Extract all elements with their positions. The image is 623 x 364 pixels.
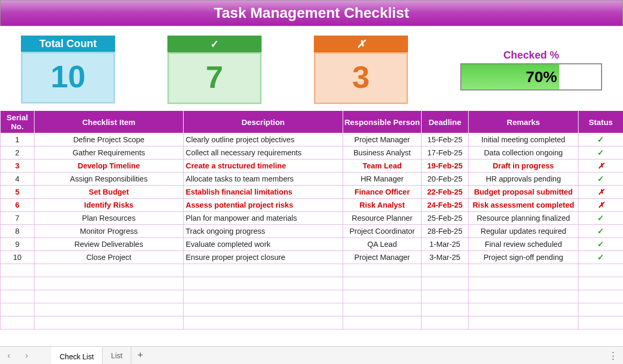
cell-remarks[interactable]: Risk assessment completed [469, 199, 579, 212]
col-responsible[interactable]: Responsible Person [343, 111, 422, 133]
cell-item[interactable]: Set Budget [35, 186, 184, 199]
cell-item[interactable]: Review Deliverables [35, 238, 184, 251]
cell-description[interactable]: Clearly outline project objectives [184, 133, 343, 146]
table-row[interactable]: 1Define Project ScopeClearly outline pro… [1, 133, 624, 146]
cell-serial[interactable]: 1 [1, 133, 35, 146]
cell-deadline[interactable]: 15-Feb-25 [422, 133, 469, 146]
col-status[interactable]: Status [579, 111, 624, 133]
table-row-empty[interactable] [1, 290, 624, 303]
cell-serial[interactable]: 7 [1, 212, 35, 225]
cell-remarks[interactable]: Data collection ongoing [469, 146, 579, 160]
cell-description[interactable]: Collect all necessary requirements [184, 146, 343, 160]
cell-deadline[interactable]: 22-Feb-25 [422, 186, 469, 199]
cell-description[interactable]: Assess potential project risks [184, 199, 343, 212]
col-serial[interactable]: Serial No. [1, 111, 35, 133]
col-remarks[interactable]: Remarks [469, 111, 579, 133]
cell-description[interactable]: Establish financial limitations [184, 186, 343, 199]
cell-status[interactable]: ✗ [579, 160, 624, 173]
prev-sheet-icon[interactable]: ‹ [0, 351, 18, 360]
table-row[interactable]: 8Monitor ProgressTrack ongoing progressP… [1, 225, 624, 238]
table-row[interactable]: 7Plan ResourcesPlan for manpower and mat… [1, 212, 624, 225]
cell-responsible[interactable]: Business Analyst [343, 146, 422, 160]
cell-responsible[interactable]: QA Lead [343, 238, 422, 251]
cell-remarks[interactable]: Resource planning finalized [469, 212, 579, 225]
cell-remarks[interactable]: HR approvals pending [469, 173, 579, 186]
cell-serial[interactable]: 6 [1, 199, 35, 212]
cell-serial[interactable]: 9 [1, 238, 35, 251]
table-row[interactable]: 2Gather RequirementsCollect all necessar… [1, 146, 624, 160]
cell-serial[interactable]: 8 [1, 225, 35, 238]
next-sheet-icon[interactable]: › [18, 351, 36, 360]
cell-status[interactable]: ✗ [579, 186, 624, 199]
table-row[interactable]: 10Close ProjectEnsure proper project clo… [1, 251, 624, 264]
cell-description[interactable]: Allocate tasks to team members [184, 173, 343, 186]
table-row-empty[interactable] [1, 264, 624, 277]
cell-responsible[interactable]: Resource Planner [343, 212, 422, 225]
cell-item[interactable]: Gather Requirements [35, 146, 184, 160]
cell-status[interactable]: ✓ [579, 225, 624, 238]
col-deadline[interactable]: Deadline [422, 111, 469, 133]
cell-item[interactable]: Identify Risks [35, 199, 184, 212]
cell-responsible[interactable]: Project Coordinator [343, 225, 422, 238]
cell-description[interactable]: Track ongoing progress [184, 225, 343, 238]
cell-deadline[interactable]: 17-Feb-25 [422, 146, 469, 160]
cell-item[interactable]: Plan Resources [35, 212, 184, 225]
more-options-icon[interactable]: ⋮ [608, 350, 618, 361]
table-row-empty[interactable] [1, 277, 624, 290]
table-row-empty[interactable] [1, 303, 624, 316]
cell-item[interactable]: Develop Timeline [35, 160, 184, 173]
cell-status[interactable]: ✓ [579, 251, 624, 264]
cell-description[interactable]: Evaluate completed work [184, 238, 343, 251]
cell-deadline[interactable]: 25-Feb-25 [422, 212, 469, 225]
cell-remarks[interactable]: Regular updates required [469, 225, 579, 238]
cell-deadline[interactable]: 3-Mar-25 [422, 251, 469, 264]
cell-status[interactable]: ✓ [579, 238, 624, 251]
cell-responsible[interactable]: Project Manager [343, 251, 422, 264]
cell-remarks[interactable]: Initial meeting completed [469, 133, 579, 146]
cell-deadline[interactable]: 24-Feb-25 [422, 199, 469, 212]
cell-serial[interactable]: 4 [1, 173, 35, 186]
cell-serial[interactable]: 10 [1, 251, 35, 264]
cell-responsible[interactable]: Risk Analyst [343, 199, 422, 212]
cell-item[interactable]: Define Project Scope [35, 133, 184, 146]
cell-deadline[interactable]: 1-Mar-25 [422, 238, 469, 251]
cell-status[interactable]: ✓ [579, 133, 624, 146]
cell-deadline[interactable]: 20-Feb-25 [422, 173, 469, 186]
cell-description[interactable]: Create a structured timeline [184, 160, 343, 173]
cell-remarks[interactable]: Draft in progress [469, 160, 579, 173]
cell-remarks[interactable]: Budget proposal submitted [469, 186, 579, 199]
table-row-empty[interactable] [1, 316, 624, 329]
col-item[interactable]: Checklist Item [35, 111, 184, 133]
cell-responsible[interactable]: Team Lead [343, 160, 422, 173]
cell-responsible[interactable]: Project Manager [343, 133, 422, 146]
cell-responsible[interactable]: Finance Officer [343, 186, 422, 199]
cell-status[interactable]: ✓ [579, 146, 624, 160]
table-row[interactable]: 9Review DeliverablesEvaluate completed w… [1, 238, 624, 251]
cell-deadline[interactable]: 28-Feb-25 [422, 225, 469, 238]
cell-description[interactable]: Ensure proper project closure [184, 251, 343, 264]
cell-remarks[interactable]: Final review scheduled [469, 238, 579, 251]
cell-status[interactable]: ✓ [579, 173, 624, 186]
table-row[interactable]: 4Assign ResponsibilitiesAllocate tasks t… [1, 173, 624, 186]
cell-serial[interactable]: 2 [1, 146, 35, 160]
cell-status[interactable]: ✗ [579, 199, 624, 212]
tab-list[interactable]: List [103, 347, 131, 365]
cell-remarks[interactable]: Project sign-off pending [469, 251, 579, 264]
cell-item[interactable]: Assign Responsibilities [35, 173, 184, 186]
cell-item[interactable]: Monitor Progress [35, 225, 184, 238]
unchecked-value: 3 [314, 52, 408, 104]
cell-item[interactable]: Close Project [35, 251, 184, 264]
table-row[interactable]: 3Develop TimelineCreate a structured tim… [1, 160, 624, 173]
cell-deadline[interactable]: 19-Feb-25 [422, 160, 469, 173]
cell-serial[interactable]: 3 [1, 160, 35, 173]
add-sheet-button[interactable]: + [131, 350, 149, 361]
col-description[interactable]: Description [184, 111, 343, 133]
cell-responsible[interactable]: HR Manager [343, 173, 422, 186]
cell-serial[interactable]: 5 [1, 186, 35, 199]
sheet-tab-bar: ‹ › Check List List + ⋮ [0, 346, 623, 364]
table-row[interactable]: 5Set BudgetEstablish financial limitatio… [1, 186, 624, 199]
table-row[interactable]: 6Identify RisksAssess potential project … [1, 199, 624, 212]
tab-check-list[interactable]: Check List [51, 347, 103, 365]
cell-status[interactable]: ✓ [579, 212, 624, 225]
cell-description[interactable]: Plan for manpower and materials [184, 212, 343, 225]
